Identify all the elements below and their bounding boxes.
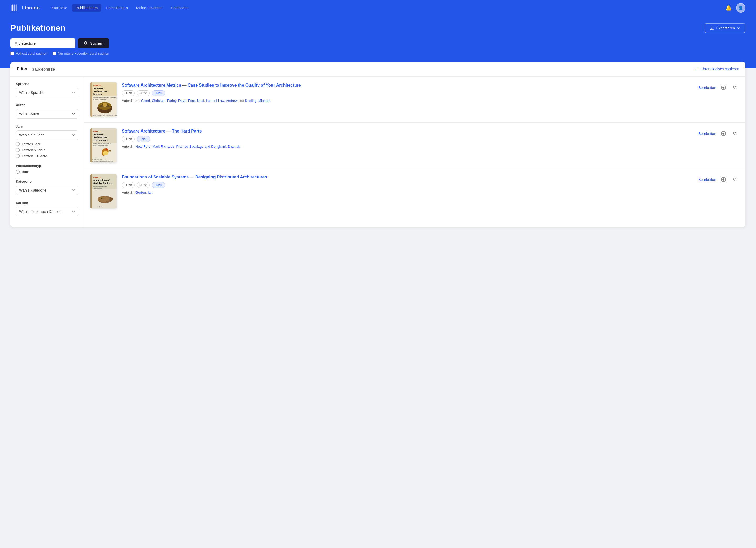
filter-group-kategorie: Kategorie Wähle Kategorie [16,180,78,195]
nav-meine-favoriten[interactable]: Meine Favoriten [133,4,166,12]
radio-letztes-jahr[interactable]: Letztes Jahr [16,142,78,146]
svg-rect-2 [16,4,17,11]
favorites-checkbox[interactable] [53,52,56,55]
add-to-collection-button-1[interactable] [719,83,728,92]
svg-text:The Hard Parts: The Hard Parts [93,139,108,141]
add-to-collection-icon-2 [721,131,726,136]
author-link-keeling[interactable]: Keeling, Michael [245,99,270,103]
kategorie-select[interactable]: Wähle Kategorie [16,186,78,195]
logo[interactable]: Librario [11,3,40,13]
radio-buch-input[interactable] [16,170,20,174]
filter-group-sprache: Sprache Wähle Sprache [16,82,78,97]
sort-button[interactable]: Chronologisch sortieren [695,67,739,71]
results-list: O'REILLY Software Architecture Metrics C… [84,77,745,227]
fulltext-checkbox[interactable] [11,52,14,55]
jahr-label: Jahr [16,124,78,128]
radio-letztes-jahr-input[interactable] [16,142,20,146]
author-link-pramod[interactable]: Pramod Sadalage and Dehghani, Zhamak [176,145,240,149]
svg-text:Software: Software [93,87,103,90]
radio-letzten-5-jahre-input[interactable] [16,148,20,152]
author-link-neal-ford[interactable]: Neal Ford [135,145,150,149]
radio-buch[interactable]: Buch [16,170,78,174]
result-item-2: O'REILLY Software Architecture: The Hard… [84,123,745,168]
type-tag-3: Buch [122,182,135,188]
svg-text:Neal Ford, Mark Richards,: Neal Ford, Mark Richards, [92,159,106,161]
autor-select[interactable]: Wähle Autor [16,109,78,119]
favorite-button-1[interactable] [731,83,739,92]
autor-label: Autor [16,103,78,107]
favorite-button-2[interactable] [731,129,739,138]
svg-rect-43 [90,174,92,208]
svg-text:Pramod Sadalage & Zhamak Dehgh: Pramod Sadalage & Zhamak Dehghani [92,161,113,162]
publikationstyp-label: Publikationstyp [16,164,78,168]
filter-label: Filter [17,66,28,72]
search-row: Suchen [11,38,109,48]
edit-button-2[interactable]: Bearbeiten [698,131,716,136]
svg-text:Ciceri · Farley · Ford · Harme: Ciceri · Farley · Ford · Harmel-Law · Ke… [93,115,117,116]
svg-point-52 [101,198,102,199]
heart-icon-1 [733,85,737,90]
chevron-down-icon [737,27,740,30]
svg-rect-0 [12,4,13,11]
result-info-1: Software Architecture Metrics — Case Stu… [122,82,693,103]
new-tag-3: _Neu [152,182,165,188]
filter-bar: Filter 3 Ergebnisse Chronologisch sortie… [11,62,745,77]
content-body: Sprache Wähle Sprache Autor Wähle Autor … [11,77,745,227]
edit-button-1[interactable]: Bearbeiten [698,86,716,90]
author-link-mark-richards[interactable]: Mark Richards [152,145,174,149]
new-tag-2: _Neu [137,136,150,142]
svg-text:O'REILLY: O'REILLY [93,131,101,132]
edit-button-3[interactable]: Bearbeiten [698,177,716,182]
svg-text:Software: Software [93,133,103,136]
nav-startseite[interactable]: Startseite [48,4,71,12]
svg-point-19 [103,103,107,107]
result-title-1[interactable]: Software Architecture Metrics — Case Stu… [122,82,693,88]
svg-rect-10 [90,82,92,117]
result-info-2: Software Architecture — The Hard Parts B… [122,128,693,149]
result-actions-2: Bearbeiten [698,128,739,138]
svg-point-50 [98,196,109,202]
nav-sammlungen[interactable]: Sammlungen [102,4,132,12]
year-tag-3: 2022 [137,182,150,188]
heart-icon-2 [733,131,737,136]
notification-bell-button[interactable]: 🔔 [725,5,732,11]
author-link-farley[interactable]: Farley, Dave [167,99,186,103]
search-input[interactable] [11,38,75,48]
sidebar: Sprache Wähle Sprache Autor Wähle Autor … [11,77,84,227]
author-link-harmel-law[interactable]: Harmel-Law, Andrew [206,99,238,103]
author-link-ciceri[interactable]: Ciceri, Christian [141,99,165,103]
sprache-select[interactable]: Wähle Sprache [16,88,78,97]
nav-publikationen[interactable]: Publikationen [72,4,101,12]
svg-text:Distributed Architectures: Distributed Architectures [93,145,108,146]
svg-text:Metrics: Metrics [93,93,102,96]
result-title-3[interactable]: Foundations of Scalable Systems — Design… [122,174,693,180]
favorites-search-option[interactable]: Nur meine Favoriten durchsuchen [53,51,109,55]
svg-text:Case Studies to Improve the Qu: Case Studies to Improve the Quality [93,96,117,98]
year-tag-1: 2022 [137,90,150,96]
svg-text:Foundations of: Foundations of [93,179,110,182]
result-item-3: O'REILLY Foundations of Scalable Systems… [84,168,745,214]
jahr-select[interactable]: Wähle ein Jahr [16,130,78,140]
main-content: Filter 3 Ergebnisse Chronologisch sortie… [0,62,756,238]
author-link-gorton[interactable]: Gorton, Ian [135,191,153,194]
result-title-2[interactable]: Software Architecture — The Hard Parts [122,128,693,134]
export-button[interactable]: Exportieren [705,23,745,33]
radio-letzten-5-jahre[interactable]: Letzten 5 Jahre [16,148,78,152]
dateien-select[interactable]: Wähle Filter nach Dateien [16,207,78,216]
svg-point-34 [106,148,108,150]
nav-hochladen[interactable]: Hochladen [167,4,192,12]
favorite-button-3[interactable] [731,175,739,184]
author-link-ford[interactable]: Ford, Neal [188,99,204,103]
search-button[interactable]: Suchen [78,38,109,48]
user-avatar[interactable]: 👤 [736,3,745,13]
logo-text: Librario [22,5,40,11]
filter-group-autor: Autor Wähle Autor [16,103,78,119]
navbar: Librario Startseite Publikationen Sammlu… [0,0,756,16]
fulltext-search-option[interactable]: Volltext durchsuchen [11,51,47,55]
svg-text:O'REILLY: O'REILLY [93,177,101,178]
add-to-collection-button-3[interactable] [719,175,728,184]
radio-letzten-10-jahre[interactable]: Letzten 10 Jahre [16,154,78,158]
publikationstyp-radio-group: Buch [16,170,78,174]
radio-letzten-10-jahre-input[interactable] [16,154,20,158]
add-to-collection-button-2[interactable] [719,129,728,138]
